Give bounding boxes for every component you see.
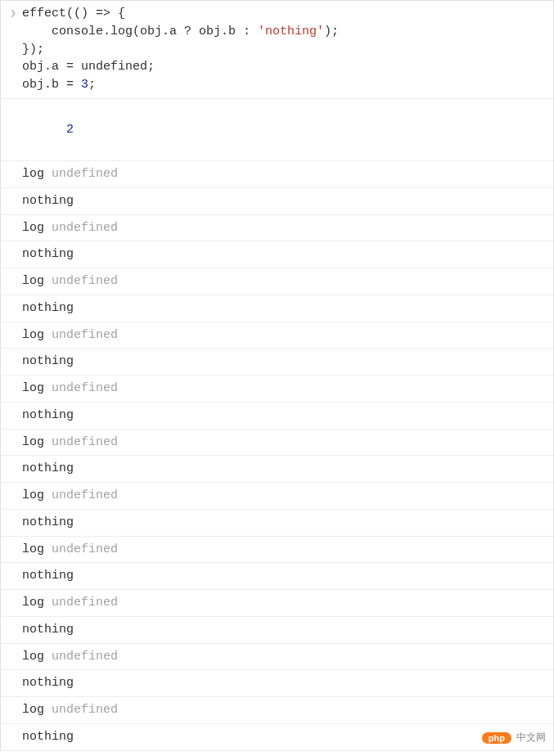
log-gutter <box>4 487 22 488</box>
console-message-row[interactable]: nothing <box>1 188 553 215</box>
console-message-row[interactable]: nothing <box>1 241 553 268</box>
log-gutter <box>4 219 22 221</box>
code-token: obj.a = <box>22 60 81 74</box>
log-value: undefined <box>44 381 118 395</box>
log-method-label: log <box>22 542 44 556</box>
console-result-value: 2 <box>22 103 547 156</box>
log-value: undefined <box>44 542 118 556</box>
log-gutter <box>4 648 22 650</box>
console-input-code[interactable]: effect(() => { console.log(obj.a ? obj.b… <box>22 5 547 94</box>
code-token: ); <box>324 25 339 38</box>
log-gutter <box>4 541 22 542</box>
message-text: nothing <box>22 730 74 744</box>
log-gutter <box>4 701 22 703</box>
console-message-row[interactable]: nothing <box>1 510 553 537</box>
console-message-content: nothing <box>22 674 547 692</box>
log-method-label: log <box>22 650 44 664</box>
console-log-row[interactable]: log undefined <box>1 268 553 295</box>
console-message-row[interactable]: nothing <box>1 563 553 590</box>
console-message-content: nothing <box>22 621 547 639</box>
console-message-content: nothing <box>22 245 547 263</box>
log-gutter <box>4 165 22 167</box>
log-method-label: log <box>22 488 44 502</box>
log-value: undefined <box>44 488 118 502</box>
console-message-row[interactable]: nothing <box>1 456 553 483</box>
console-log-row[interactable]: log undefined <box>1 215 553 242</box>
console-log-row[interactable]: log undefined <box>1 161 553 188</box>
msg-gutter <box>4 674 22 676</box>
console-message-row[interactable]: nothing <box>1 724 553 751</box>
message-text: nothing <box>22 623 74 637</box>
code-token: }); <box>22 43 44 56</box>
log-value: undefined <box>44 274 118 288</box>
console-message-row[interactable]: nothing <box>1 670 553 697</box>
code-token: (() => { <box>66 7 125 20</box>
result-number: 2 <box>66 123 74 137</box>
code-token: log <box>110 25 133 38</box>
console-output-container: log undefinednothinglog undefinednothing… <box>1 161 553 751</box>
message-text: nothing <box>22 247 74 261</box>
console-message-content: nothing <box>22 514 547 532</box>
msg-gutter <box>4 728 22 730</box>
message-text: nothing <box>22 515 74 529</box>
console-log-row[interactable]: log undefined <box>1 322 553 349</box>
log-method-label: log <box>22 167 44 181</box>
console-message-row[interactable]: nothing <box>1 349 553 376</box>
console-message-row[interactable]: nothing <box>1 295 553 322</box>
console-log-content: log undefined <box>22 701 547 719</box>
msg-gutter <box>4 621 22 623</box>
console-log-content: log undefined <box>22 326 547 344</box>
console-message-row[interactable]: nothing <box>1 403 553 430</box>
log-value: undefined <box>44 221 118 235</box>
console-log-content: log undefined <box>22 272 547 290</box>
console-log-row[interactable]: log undefined <box>1 590 553 617</box>
msg-gutter <box>4 299 22 301</box>
console-log-row[interactable]: log undefined <box>1 376 553 403</box>
code-token: console. <box>22 25 110 38</box>
console-message-row[interactable]: nothing <box>1 617 553 644</box>
console-log-row[interactable]: log undefined <box>1 430 553 457</box>
log-gutter <box>4 434 22 435</box>
log-gutter <box>4 594 22 596</box>
message-text: nothing <box>22 194 74 208</box>
message-text: nothing <box>22 354 74 368</box>
log-value: undefined <box>44 328 118 342</box>
code-string-token: 'nothing' <box>258 25 324 38</box>
console-log-content: log undefined <box>22 541 547 559</box>
console-log-row[interactable]: log undefined <box>1 483 553 510</box>
console-log-row[interactable]: log undefined <box>1 537 553 564</box>
message-text: nothing <box>22 676 74 690</box>
log-gutter <box>4 272 22 274</box>
console-message-content: nothing <box>22 353 547 371</box>
log-method-label: log <box>22 381 44 395</box>
console-input-row[interactable]: ❯ effect(() => { console.log(obj.a ? obj… <box>1 1 553 99</box>
console-message-content: nothing <box>22 728 547 746</box>
msg-gutter <box>4 353 22 354</box>
msg-gutter <box>4 567 22 569</box>
console-result-row[interactable]: 2 <box>1 99 553 161</box>
log-method-label: log <box>22 221 44 235</box>
console-message-content: nothing <box>22 192 547 210</box>
message-text: nothing <box>22 461 74 475</box>
msg-gutter <box>4 514 22 515</box>
log-value: undefined <box>44 650 118 664</box>
input-chevron-icon: ❯ <box>4 5 22 22</box>
msg-gutter <box>4 407 22 408</box>
console-message-content: nothing <box>22 407 547 425</box>
log-method-label: log <box>22 435 44 449</box>
console-panel: ❯ effect(() => { console.log(obj.a ? obj… <box>0 0 554 751</box>
console-log-content: log undefined <box>22 648 547 666</box>
code-token: effect <box>22 7 66 20</box>
code-token: (obj.a ? obj.b : <box>133 25 258 38</box>
console-log-content: log undefined <box>22 219 547 237</box>
log-value: undefined <box>44 167 118 181</box>
console-log-row[interactable]: log undefined <box>1 644 553 671</box>
console-log-content: log undefined <box>22 165 547 183</box>
console-log-row[interactable]: log undefined <box>1 697 553 724</box>
result-gutter <box>4 103 22 105</box>
console-log-content: log undefined <box>22 594 547 612</box>
log-value: undefined <box>44 703 118 717</box>
code-token: ; <box>147 60 155 74</box>
msg-gutter <box>4 245 22 247</box>
console-message-content: nothing <box>22 299 547 317</box>
